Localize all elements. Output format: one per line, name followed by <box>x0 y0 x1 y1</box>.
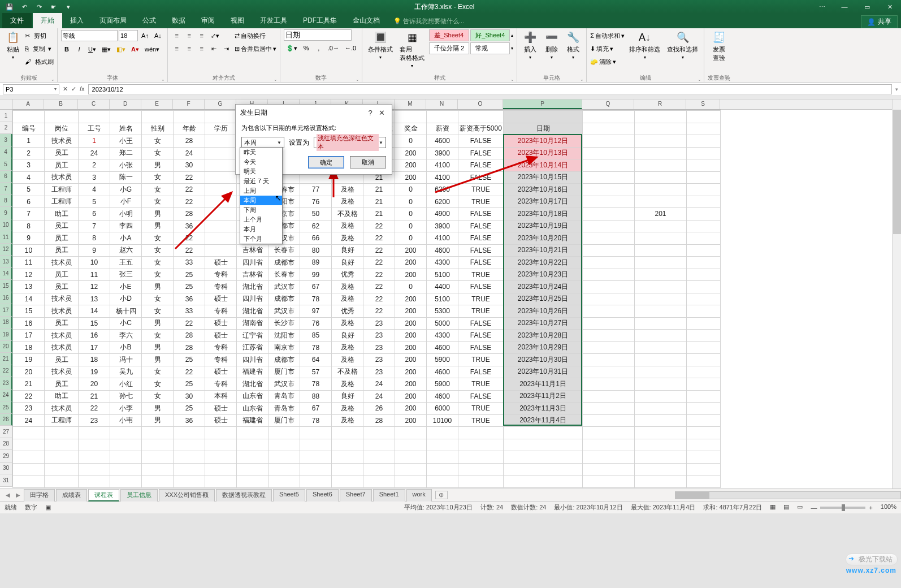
cell[interactable]: 技术员 <box>45 293 79 305</box>
cell[interactable]: 女 <box>142 244 174 257</box>
cell[interactable]: 4100 <box>427 232 458 245</box>
cell[interactable]: 33 <box>174 305 205 318</box>
ribbon-tab-4[interactable]: 数据 <box>164 13 193 28</box>
ribbon-tab-2[interactable]: 页面布局 <box>92 13 135 28</box>
cell[interactable]: 0 <box>395 135 427 148</box>
cell[interactable]: 12 <box>13 269 45 281</box>
col-header-B[interactable]: B <box>44 100 78 109</box>
cell[interactable]: 及格 <box>332 414 363 427</box>
col-header-R[interactable]: R <box>634 100 686 109</box>
cell[interactable]: 4400 <box>427 281 458 293</box>
cell[interactable]: 本科 <box>205 390 237 403</box>
cell[interactable]: FALSE <box>458 171 504 184</box>
conditional-formatting-button[interactable]: 🔳条件格式▾ <box>366 29 395 61</box>
cell[interactable]: 硕士 <box>205 317 237 330</box>
cell[interactable] <box>635 305 687 318</box>
sheet-tab-2[interactable]: 课程表 <box>88 489 119 501</box>
ribbon-tab-6[interactable]: 视图 <box>223 13 252 28</box>
cell[interactable]: 23 <box>363 354 395 366</box>
cell[interactable]: 36 <box>174 293 205 305</box>
cell[interactable] <box>687 403 721 415</box>
cell[interactable]: 6000 <box>427 403 458 415</box>
cell[interactable]: 女 <box>142 257 174 269</box>
cell[interactable]: 2023年10月13日 <box>504 147 583 159</box>
cell[interactable]: 小A <box>110 232 142 245</box>
cell[interactable] <box>687 378 721 391</box>
delete-cells-button[interactable]: ➖删除▾ <box>542 29 561 61</box>
cell[interactable] <box>687 281 721 293</box>
row-header-1[interactable]: 1 <box>0 110 12 122</box>
cell[interactable]: 男 <box>142 354 174 366</box>
cell[interactable]: 专科 <box>205 354 237 366</box>
cell[interactable] <box>687 196 721 208</box>
ribbon-tab-8[interactable]: PDF工具集 <box>295 13 345 28</box>
cell[interactable] <box>635 330 687 342</box>
cell[interactable]: 10100 <box>427 414 458 427</box>
orientation-icon[interactable]: ⤢▾ <box>209 30 222 41</box>
cell[interactable] <box>687 220 721 232</box>
cell[interactable]: 小张 <box>110 159 142 172</box>
styles-more-icon[interactable]: ▾ <box>511 46 513 51</box>
row-header-26[interactable]: 26 <box>0 414 12 426</box>
cell[interactable]: 及格 <box>332 341 363 354</box>
dropdown-item-6[interactable]: 下周 <box>240 205 282 215</box>
cell[interactable]: 员工 <box>45 281 79 293</box>
cell[interactable]: 7 <box>79 220 110 232</box>
row-header-14[interactable]: 14 <box>0 268 12 280</box>
cell[interactable]: 及格 <box>332 378 363 391</box>
cell[interactable]: 4900 <box>427 208 458 220</box>
cell[interactable]: 22 <box>363 281 395 293</box>
cell[interactable]: 2023年10月23日 <box>504 269 583 281</box>
row-header-8[interactable]: 8 <box>0 195 12 207</box>
cell[interactable]: 9 <box>13 232 45 245</box>
cell[interactable]: 及格 <box>332 184 363 196</box>
cell[interactable]: 武汉市 <box>268 378 300 391</box>
row-header-24[interactable]: 24 <box>0 390 12 402</box>
cell[interactable]: 22 <box>174 196 205 208</box>
cell[interactable]: 及格 <box>332 220 363 232</box>
cell[interactable] <box>687 159 721 172</box>
row-header-5[interactable]: 5 <box>0 158 12 171</box>
cell[interactable]: 28 <box>174 330 205 342</box>
col-header-Q[interactable]: Q <box>582 100 634 109</box>
cell[interactable]: 22 <box>13 390 45 403</box>
cell[interactable]: 76 <box>300 196 332 208</box>
cell[interactable] <box>687 232 721 245</box>
cell[interactable]: 76 <box>300 317 332 330</box>
cell[interactable]: 23 <box>363 330 395 342</box>
cell[interactable]: 21 <box>363 184 395 196</box>
cell[interactable] <box>205 208 237 220</box>
cell[interactable]: 8 <box>79 232 110 245</box>
cell[interactable]: 22 <box>363 293 395 305</box>
worksheet-grid[interactable]: ABCDEFGHIJKLMNOPQRS 12345678910111213141… <box>0 100 901 488</box>
cell[interactable]: 小E <box>110 281 142 293</box>
cell[interactable]: 良好 <box>332 244 363 257</box>
cell[interactable] <box>687 390 721 403</box>
cell[interactable]: 及格 <box>332 317 363 330</box>
dropdown-item-1[interactable]: 今天 <box>240 157 282 167</box>
align-top-icon[interactable]: ≡ <box>171 30 183 41</box>
cell[interactable] <box>687 317 721 330</box>
col-header-P[interactable]: P <box>503 100 582 109</box>
format-cells-button[interactable]: 🔧格式▾ <box>564 29 583 61</box>
dropdown-item-2[interactable]: 明天 <box>240 167 282 176</box>
sheet-tab-8[interactable]: Sheet7 <box>340 489 372 501</box>
cell[interactable]: 0 <box>395 281 427 293</box>
cell[interactable]: 女 <box>142 171 174 184</box>
cell[interactable]: 冯十 <box>110 354 142 366</box>
view-normal-icon[interactable]: ▦ <box>770 503 776 512</box>
row-header-21[interactable]: 21 <box>0 353 12 365</box>
row-header-6[interactable]: 6 <box>0 171 12 183</box>
cell[interactable]: 小韦 <box>110 414 142 427</box>
cell[interactable]: 技术员 <box>45 341 79 354</box>
cell[interactable]: 不及格 <box>332 208 363 220</box>
cell[interactable]: 长春市 <box>268 269 300 281</box>
cell[interactable]: 2023年10月17日 <box>504 196 583 208</box>
cell[interactable]: 陈一 <box>110 171 142 184</box>
cell[interactable] <box>687 354 721 366</box>
cell[interactable]: 6200 <box>427 184 458 196</box>
row-header-22[interactable]: 22 <box>0 365 12 378</box>
cell[interactable]: 四川省 <box>237 354 268 366</box>
cell[interactable] <box>635 171 687 184</box>
cell[interactable]: 4600 <box>427 390 458 403</box>
